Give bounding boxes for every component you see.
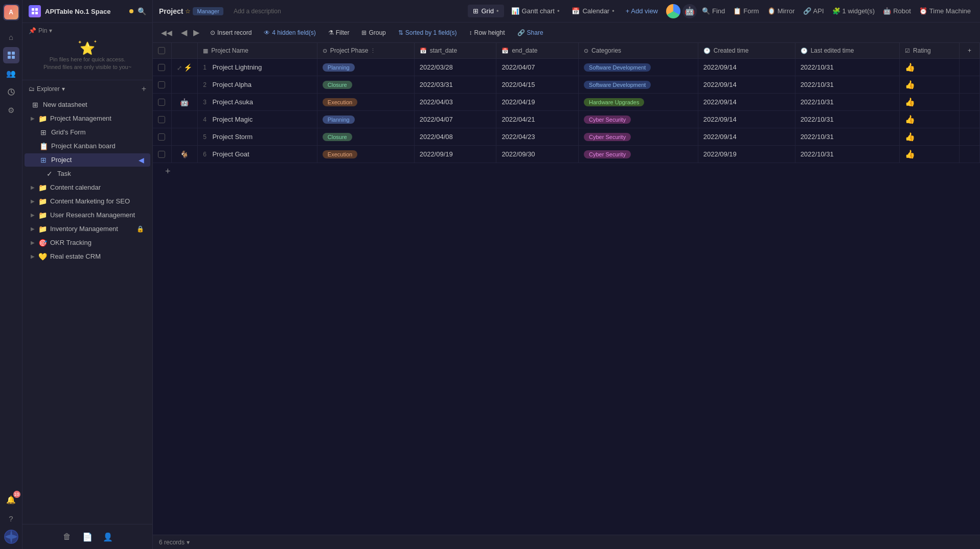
home-icon[interactable]: ⌂ — [3, 29, 19, 45]
members-icon[interactable]: 👥 — [3, 65, 19, 82]
nav-forward-button[interactable]: ▶ — [191, 26, 202, 39]
row-category-cell: Cyber Security — [579, 111, 698, 128]
th-start-date[interactable]: 📅 start_date — [414, 43, 496, 59]
sidebar-item-content-marketing[interactable]: ▶ 📁 Content Marketing for SEO — [25, 195, 150, 208]
th-rating[interactable]: ☑ Rating — [900, 43, 960, 59]
row-record-icon: 🤖 — [180, 98, 189, 106]
th-end-date[interactable]: 📅 end_date — [496, 43, 579, 59]
sort-button[interactable]: ⇅ Sorted by 1 field(s) — [394, 27, 461, 38]
row-project-name: Project Lightning — [212, 63, 262, 71]
th-categories[interactable]: ⊙ Categories — [579, 43, 698, 59]
tab-grid[interactable]: ⊞ Grid • — [468, 5, 504, 17]
row-project-name: Project Alpha — [212, 81, 252, 88]
search-button[interactable]: 🔍 — [138, 7, 146, 15]
calendar-tab-icon: 📅 — [572, 7, 580, 15]
sidebar-item-project[interactable]: ⊞ Project ◀ — [25, 153, 150, 167]
sidebar-item-user-research[interactable]: ▶ 📁 User Research Management — [25, 209, 150, 222]
mirror-button[interactable]: 🪞 Mirror — [764, 5, 798, 17]
grid-form-icon: ⊞ — [39, 128, 48, 136]
row-checkbox-cell[interactable] — [153, 76, 171, 94]
th-project-phase[interactable]: ⊙ Project Phase ⋮ — [317, 43, 414, 59]
view-tabs: ⊞ Grid • 📊 Gantt chart • 📅 Calendar • + … — [468, 5, 662, 17]
row-checkbox[interactable] — [158, 133, 165, 141]
row-checkbox-cell[interactable] — [153, 111, 171, 128]
add-row-button[interactable]: + — [159, 166, 177, 177]
help-icon[interactable]: ? — [3, 510, 19, 527]
th-select-all[interactable] — [153, 43, 171, 59]
explorer-add-button[interactable]: + — [142, 84, 146, 94]
import-button[interactable]: 👤 — [100, 529, 116, 545]
time-machine-button[interactable]: ⏰ Time Machine — [916, 5, 974, 17]
pin-toggle[interactable]: 📌 Pin ▾ — [29, 27, 146, 34]
template-button[interactable]: 📄 — [79, 529, 96, 545]
row-checkbox[interactable] — [158, 151, 165, 158]
sidebar-item-content-calendar[interactable]: ▶ 📁 Content calendar — [25, 181, 150, 194]
row-phase-cell: Planning — [317, 111, 414, 128]
th-project-name[interactable]: ▦ Project Name — [198, 43, 317, 59]
group-button[interactable]: ⊞ Group — [357, 27, 390, 38]
sidebar-item-task[interactable]: ✓ Task — [25, 167, 150, 180]
row-last-edited-cell: 2022/10/31 — [795, 59, 899, 76]
trash-button[interactable]: 🗑 — [59, 529, 75, 545]
sidebar-item-okr[interactable]: ▶ 🎯 OKR Tracking — [25, 236, 150, 249]
sidebar-item-project-management[interactable]: ▶ 📁 Project Management — [25, 112, 150, 125]
find-button[interactable]: 🔍 Find — [699, 5, 728, 17]
th-last-edited[interactable]: 🕐 Last edited time — [795, 43, 899, 59]
nav-back-button[interactable]: ◀ — [178, 26, 190, 39]
row-checkbox-cell[interactable] — [153, 94, 171, 111]
row-checkbox-cell[interactable] — [153, 59, 171, 76]
row-created-time-cell: 2022/09/14 — [698, 94, 795, 111]
row-end-date-cell: 2022/09/30 — [496, 146, 579, 163]
tab-calendar[interactable]: 📅 Calendar • — [566, 5, 619, 17]
description-link[interactable]: Add a description — [234, 8, 281, 15]
project-star-icon[interactable]: ☆ — [185, 8, 191, 15]
notifications-icon[interactable]: 🔔 10 — [3, 492, 19, 508]
filter-button[interactable]: ⚗ Filter — [324, 27, 354, 38]
share-button[interactable]: 🔗 Share — [513, 27, 548, 38]
row-checkbox[interactable] — [158, 99, 165, 106]
row-height-button[interactable]: ↕ Row height — [465, 27, 509, 38]
add-view-button[interactable]: + Add view — [622, 5, 662, 17]
row-checkbox-cell[interactable] — [153, 146, 171, 163]
folder-icon: 📁 — [38, 115, 47, 123]
col-edited-icon: 🕐 — [801, 48, 808, 54]
widget-button[interactable]: 🧩 1 widget(s) — [829, 5, 878, 17]
robot-button[interactable]: 🤖 Robot — [880, 5, 914, 17]
row-checkbox-cell[interactable] — [153, 128, 171, 146]
sidebar-item-grids-form[interactable]: ⊞ Grid's Form — [25, 126, 150, 139]
collapse-panel-button[interactable]: ◀◀ — [159, 27, 174, 39]
explorer-icon[interactable] — [3, 47, 19, 63]
real-estate-icon: 💛 — [38, 253, 47, 261]
avatar-icon[interactable]: A — [3, 4, 19, 20]
th-created-time[interactable]: 🕐 Created time — [698, 43, 795, 59]
sidebar-item-real-estate[interactable]: ▶ 💛 Real estate CRM — [25, 250, 150, 263]
folder-arrow-icon-7: ▶ — [31, 254, 35, 259]
col-phase-options-icon[interactable]: ⋮ — [370, 48, 376, 54]
row-checkbox[interactable] — [158, 81, 165, 88]
th-add-column[interactable]: + — [960, 43, 980, 59]
sidebar-item-inventory[interactable]: ▶ 📁 Inventory Management 🔒 — [25, 222, 150, 236]
row-checkbox[interactable] — [158, 64, 165, 71]
api-button[interactable]: 🔗 API — [800, 5, 827, 17]
settings-icon[interactable]: ⚙ — [3, 102, 19, 119]
global-icon[interactable] — [3, 529, 19, 545]
row-created-time: 2022/09/14 — [703, 116, 737, 123]
breadcrumb: Project ☆ Manager — [159, 7, 223, 15]
row-expand-cell — [171, 128, 198, 146]
sidebar-item-kanban[interactable]: 📋 Project Kanban board — [25, 140, 150, 153]
row-last-edited-cell: 2022/10/31 — [795, 111, 899, 128]
select-all-checkbox[interactable] — [158, 47, 165, 54]
explorer-icon-label: 🗂 — [29, 85, 35, 93]
automation-icon[interactable] — [3, 84, 19, 100]
records-count[interactable]: 6 records ▾ — [159, 539, 190, 546]
row-checkbox[interactable] — [158, 116, 165, 123]
hidden-fields-button[interactable]: 👁 4 hidden field(s) — [260, 27, 320, 38]
row-expand-icon[interactable]: ⤢ — [177, 64, 182, 72]
sidebar-item-new-datasheet[interactable]: ⊞ New datasheet — [25, 98, 150, 111]
tab-gantt[interactable]: 📊 Gantt chart • — [506, 5, 565, 17]
row-extra-cell — [960, 111, 980, 128]
form-button[interactable]: 📋 Form — [730, 5, 762, 17]
add-column-icon[interactable]: + — [968, 47, 971, 54]
sort-icon: ⇅ — [398, 29, 403, 36]
insert-record-button[interactable]: ⊙ Insert record — [206, 27, 256, 38]
